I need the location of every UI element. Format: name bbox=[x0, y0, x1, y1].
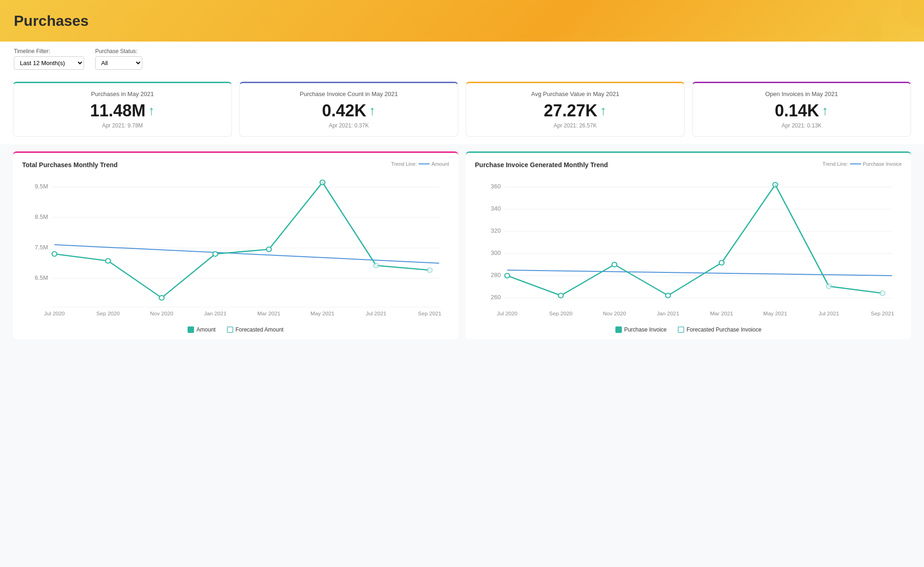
svg-point-43 bbox=[559, 293, 564, 298]
chart-invoice-trend: Purchase Invoice Generated Monthly Trend… bbox=[466, 151, 911, 339]
svg-text:Nov 2020: Nov 2020 bbox=[150, 311, 174, 316]
svg-text:May 2021: May 2021 bbox=[763, 311, 787, 316]
trend-line-icon bbox=[419, 163, 430, 164]
legend-amount-label: Amount bbox=[196, 326, 215, 333]
chart-purchases-trend: Total Purchases Monthly Trend Trend Line… bbox=[13, 151, 458, 339]
svg-point-47 bbox=[773, 182, 778, 187]
svg-point-17 bbox=[267, 247, 272, 252]
kpi-card-open-invoices: Open Invoices in May 2021 0.14K ↑ Apr 20… bbox=[692, 82, 911, 137]
page-title: Purchases bbox=[14, 12, 89, 30]
kpi-title-invoice-count: Purchase Invoice Count in May 2021 bbox=[249, 90, 449, 97]
timeline-filter-group: Timeline Filter: Last 12 Month(s) Last 6… bbox=[14, 48, 84, 70]
svg-line-12 bbox=[55, 245, 439, 263]
svg-text:Jul 2021: Jul 2021 bbox=[366, 311, 387, 316]
page-header: Purchases bbox=[0, 0, 924, 42]
svg-point-45 bbox=[666, 293, 671, 298]
timeline-filter-label: Timeline Filter: bbox=[14, 48, 84, 54]
kpi-card-purchases: Purchases in May 2021 11.48M ↑ Apr 2021:… bbox=[13, 82, 232, 137]
chart-left-trend-label: Trend Line: Amount bbox=[391, 161, 449, 167]
svg-text:Nov 2020: Nov 2020 bbox=[603, 311, 626, 316]
svg-line-41 bbox=[507, 270, 892, 276]
svg-point-48 bbox=[827, 284, 832, 289]
svg-point-20 bbox=[427, 268, 432, 272]
kpi-value-purchases: 11.48M ↑ bbox=[23, 101, 222, 121]
kpi-prev-invoice-count: Apr 2021: 0.37K bbox=[249, 122, 449, 129]
legend-forecasted-invoice-icon bbox=[678, 326, 684, 333]
kpi-value-open-invoices: 0.14K ↑ bbox=[702, 101, 901, 121]
legend-amount: Amount bbox=[188, 326, 215, 333]
legend-invoice-label: Purchase Invoice bbox=[624, 326, 667, 333]
svg-text:Sep 2021: Sep 2021 bbox=[871, 311, 894, 316]
svg-text:360: 360 bbox=[491, 183, 501, 189]
svg-text:8.5M: 8.5M bbox=[35, 214, 48, 220]
status-filter-select[interactable]: All Open Closed Pending bbox=[95, 56, 142, 70]
svg-text:7.5M: 7.5M bbox=[35, 244, 48, 250]
kpi-card-avg-value: Avg Purchase Value in May 2021 27.27K ↑ … bbox=[466, 82, 685, 137]
kpi-card-invoice-count: Purchase Invoice Count in May 2021 0.42K… bbox=[239, 82, 458, 137]
svg-text:9.5M: 9.5M bbox=[35, 183, 48, 189]
svg-point-15 bbox=[159, 296, 164, 300]
legend-forecasted-label: Forecasted Amount bbox=[236, 326, 284, 333]
kpi-arrow-invoice-count: ↑ bbox=[369, 103, 376, 118]
trend-line-right-icon bbox=[850, 163, 861, 164]
svg-point-13 bbox=[52, 252, 57, 256]
chart-right-svg: 360 340 320 300 280 260 Jul 2020 Sep 202… bbox=[475, 173, 902, 321]
chart-right-trend-label: Trend Line: Purchase Invoice bbox=[822, 161, 902, 167]
svg-point-14 bbox=[106, 259, 111, 263]
kpi-prev-open-invoices: Apr 2021: 0.13K bbox=[702, 122, 901, 129]
svg-text:6.5M: 6.5M bbox=[35, 275, 48, 281]
svg-point-16 bbox=[213, 252, 218, 256]
status-filter-group: Purchase Status: All Open Closed Pending bbox=[95, 48, 142, 70]
svg-text:Sep 2020: Sep 2020 bbox=[549, 311, 573, 316]
svg-text:Jul 2020: Jul 2020 bbox=[497, 311, 518, 316]
svg-text:280: 280 bbox=[491, 272, 501, 278]
chart-right-legend: Purchase Invoice Forecasted Purchase Inv… bbox=[475, 326, 902, 333]
kpi-title-purchases: Purchases in May 2021 bbox=[23, 90, 222, 97]
svg-point-42 bbox=[505, 273, 510, 278]
header-decoration bbox=[785, 0, 924, 42]
kpi-prev-avg-value: Apr 2021: 26.57K bbox=[475, 122, 675, 129]
kpi-value-avg-value: 27.27K ↑ bbox=[475, 101, 675, 121]
filters-bar: Timeline Filter: Last 12 Month(s) Last 6… bbox=[0, 42, 924, 74]
svg-point-19 bbox=[374, 263, 379, 268]
svg-point-49 bbox=[880, 291, 885, 296]
svg-text:Sep 2020: Sep 2020 bbox=[97, 311, 120, 316]
legend-invoice-icon bbox=[615, 326, 622, 333]
svg-text:Jul 2021: Jul 2021 bbox=[819, 311, 839, 316]
svg-point-46 bbox=[719, 260, 724, 265]
svg-text:260: 260 bbox=[491, 294, 501, 300]
svg-text:340: 340 bbox=[491, 205, 501, 211]
svg-text:Jan 2021: Jan 2021 bbox=[657, 311, 680, 316]
svg-text:320: 320 bbox=[491, 228, 501, 234]
timeline-filter-select[interactable]: Last 12 Month(s) Last 6 Month(s) Last 3 … bbox=[14, 56, 84, 70]
svg-text:Jul 2020: Jul 2020 bbox=[44, 311, 65, 316]
kpi-arrow-avg-value: ↑ bbox=[600, 103, 607, 118]
svg-text:Jan 2021: Jan 2021 bbox=[204, 311, 227, 316]
legend-forecasted-invoice-label: Forecasted Purchase Invoioce bbox=[687, 326, 761, 333]
svg-point-44 bbox=[612, 262, 617, 267]
svg-text:Mar 2021: Mar 2021 bbox=[257, 311, 280, 316]
kpi-arrow-purchases: ↑ bbox=[148, 103, 155, 118]
chart-left-legend: Amount Forecasted Amount bbox=[22, 326, 449, 333]
kpi-arrow-open-invoices: ↑ bbox=[822, 103, 828, 118]
charts-row: Total Purchases Monthly Trend Trend Line… bbox=[0, 144, 924, 347]
kpi-value-invoice-count: 0.42K ↑ bbox=[249, 101, 449, 121]
kpi-title-open-invoices: Open Invoices in May 2021 bbox=[702, 90, 901, 97]
legend-amount-icon bbox=[188, 326, 194, 333]
svg-text:May 2021: May 2021 bbox=[310, 311, 334, 316]
svg-text:Mar 2021: Mar 2021 bbox=[710, 311, 733, 316]
chart-left-title: Total Purchases Monthly Trend bbox=[22, 161, 449, 169]
kpi-prev-purchases: Apr 2021: 9.78M bbox=[23, 122, 222, 129]
svg-text:Sep 2021: Sep 2021 bbox=[418, 311, 442, 316]
legend-invoice: Purchase Invoice bbox=[615, 326, 667, 333]
legend-forecasted-icon bbox=[227, 326, 233, 333]
svg-text:300: 300 bbox=[491, 250, 501, 256]
chart-left-svg: 9.5M 8.5M 7.5M 6.5M Jul bbox=[22, 173, 449, 321]
legend-forecasted-amount: Forecasted Amount bbox=[227, 326, 284, 333]
legend-forecasted-invoice: Forecasted Purchase Invoioce bbox=[678, 326, 761, 333]
kpi-title-avg-value: Avg Purchase Value in May 2021 bbox=[475, 90, 675, 97]
status-filter-label: Purchase Status: bbox=[95, 48, 142, 54]
kpi-row: Purchases in May 2021 11.48M ↑ Apr 2021:… bbox=[0, 74, 924, 144]
